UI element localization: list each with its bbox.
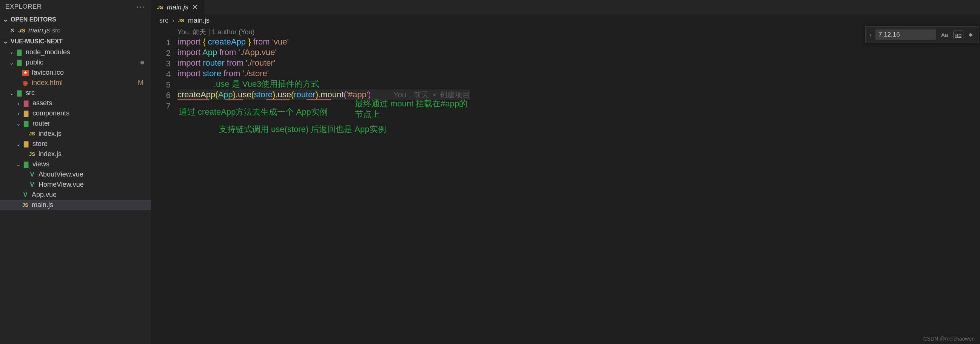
code-line[interactable]: import store from './store' [177,68,470,79]
open-editor-filename: main.js [28,26,50,34]
tree-label: assets [32,99,52,107]
tree-public[interactable]: ⌄ ▇ public [0,57,151,68]
open-editors-label: OPEN EDITORS [11,16,56,23]
line-number: 6 [151,90,171,101]
tab-filename: main.js [167,3,188,11]
folder-open-icon: ▇ [22,120,30,127]
tree-label: App.vue [32,191,57,199]
tree-mainjs[interactable]: JS main.js [0,200,151,210]
tree-label: index.js [38,150,62,158]
js-icon: JS [21,202,29,208]
folder-icon: ▇ [22,110,30,117]
code-lines: You, 前天 | 1 author (You) import { create… [177,27,470,111]
open-editor-path: src [52,27,60,34]
annotation-use: .use 是 Vue3使用插件的方式 [214,79,319,89]
tree-label: components [32,109,70,117]
folder-icon: ▇ [15,49,24,56]
tree-components[interactable]: › ▇ components [0,108,151,119]
html-icon: ◉ [21,79,29,86]
folder-icon: ▇ [22,100,30,107]
chevron-down-icon: ⌄ [8,90,15,96]
codelens[interactable]: You, 前天 | 1 author (You) [177,27,470,36]
chevron-right-icon: › [172,17,174,25]
code-line[interactable]: import App from './App.vue' [177,47,470,58]
line-number: 1 [151,37,171,48]
chevron-down-icon: ⌄ [8,60,15,66]
tree-store-index[interactable]: JS index.js [0,149,151,159]
favicon-icon: ★ [21,69,29,76]
chevron-right-icon: › [15,100,22,106]
code-line[interactable]: import router from './router' [177,58,470,68]
js-icon: JS [157,5,163,10]
tree-aboutview[interactable]: V AboutView.vue [0,170,151,179]
annotation-createapp: 通过 createApp方法去生成一个 App实例 [179,107,328,117]
tree-label: AboutView.vue [38,171,83,178]
more-icon[interactable]: ··· [137,2,146,12]
editor-pane: JS main.js ✕ src › JS main.js 1 2 3 4 5 … [151,0,980,344]
find-input[interactable] [875,29,936,40]
tree-store[interactable]: ⌄ ▇ store [0,139,151,149]
sidebar: EXPLORER ··· ⌄ OPEN EDITORS ✕ JS main.js… [0,0,151,344]
whole-word-toggle[interactable]: ab [953,30,963,39]
tree-assets[interactable]: › ▇ assets [0,98,151,108]
close-icon[interactable]: ✕ [10,27,15,34]
chevron-down-icon: ⌄ [15,121,22,127]
tree-label: node_modules [25,48,70,56]
js-icon: JS [28,131,36,136]
explorer-header: EXPLORER ··· [0,0,151,14]
chevron-down-icon: ⌄ [15,162,22,168]
tree-router-index[interactable]: JS index.js [0,128,151,139]
root: EXPLORER ··· ⌄ OPEN EDITORS ✕ JS main.js… [0,0,980,344]
folder-open-icon: ▇ [22,140,30,147]
find-widget[interactable]: › Aa ab ✱ [865,26,978,43]
tree-homeview[interactable]: V HomeView.vue [0,179,151,190]
gutter: 1 2 3 4 5 6 7 [151,27,177,111]
line-number: 5 [151,79,171,90]
breadcrumb-src[interactable]: src [159,17,169,25]
tab-bar: JS main.js ✕ [151,0,980,14]
line-number: 7 [151,101,171,111]
explorer-title: EXPLORER [5,3,42,11]
js-icon: JS [18,27,26,33]
tree-label: store [32,140,48,148]
open-editor-item[interactable]: ✕ JS main.js src [0,25,151,35]
underline-annotation [266,99,290,100]
chevron-down-icon: ⌄ [3,16,8,23]
breadcrumb-file[interactable]: main.js [188,17,210,25]
chevron-right-icon: › [8,49,15,55]
tree-node-modules[interactable]: › ▇ node_modules [0,47,151,57]
open-editors-header[interactable]: ⌄ OPEN EDITORS [0,14,151,25]
chevron-right-icon: › [15,111,22,117]
match-case-toggle[interactable]: Aa [940,31,950,39]
vue-icon: V [21,192,29,198]
folder-open-icon: ▇ [15,59,24,66]
underline-annotation [307,99,331,100]
tree-router[interactable]: ⌄ ▇ router [0,119,151,128]
chevron-down-icon: ⌄ [15,141,22,147]
line-number: 2 [151,48,171,59]
tree-index-html[interactable]: ◉ index.html M [0,78,151,88]
chevron-down-icon: ⌄ [3,38,8,45]
tree-label: HomeView.vue [38,181,84,189]
underline-annotation [225,99,243,100]
tree-label: src [25,89,35,97]
code-area[interactable]: 1 2 3 4 5 6 7 You, 前天 | 1 author (You) i… [151,27,980,111]
breadcrumb[interactable]: src › JS main.js [151,14,980,27]
tree-label: favicon.ico [32,69,64,76]
tree-favicon[interactable]: ★ favicon.ico [0,68,151,78]
close-icon[interactable]: ✕ [192,3,198,11]
project-header[interactable]: ⌄ VUE-MUSIC-NEXT [0,35,151,47]
chevron-right-icon[interactable]: › [869,31,872,39]
js-icon: JS [178,18,184,24]
tree-src[interactable]: ⌄ ▇ src [0,88,151,98]
regex-toggle[interactable]: ✱ [967,31,974,38]
tree-label: index.js [38,130,62,138]
line-number: 4 [151,69,171,79]
tab-mainjs[interactable]: JS main.js ✕ [151,0,204,14]
modified-badge: M [138,79,143,87]
modified-dot-icon [140,61,144,65]
tree-views[interactable]: ⌄ ▇ views [0,159,151,170]
code-line[interactable]: import { createApp } from 'vue' [177,36,470,47]
tree-appvue[interactable]: V App.vue [0,190,151,200]
line-number: 3 [151,59,171,69]
